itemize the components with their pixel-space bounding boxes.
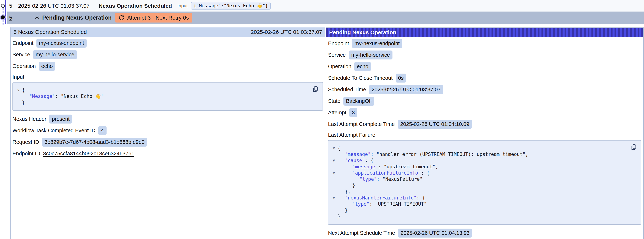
json-line: }: [330, 182, 628, 188]
json-line-text: "cause": {: [338, 158, 374, 164]
json-line: }: [330, 207, 628, 214]
collapse-chevron-icon[interactable]: ∨: [15, 87, 22, 93]
collapse-chevron-icon[interactable]: ∨: [330, 195, 338, 201]
field-nexus-header: Nexus Header present: [12, 113, 323, 125]
json-line-gutter: [15, 99, 22, 106]
json-line-gutter: [330, 176, 338, 182]
field-service: Service my-hello-service: [12, 49, 323, 60]
copy-icon: [630, 144, 637, 151]
collapse-chevron-icon[interactable]: ∨: [330, 170, 338, 176]
field-value-badge: 2025-02-26 UTC 01:04:13.93: [398, 228, 472, 237]
json-line: }: [15, 99, 310, 106]
json-viewer-input: ∨{"Message": "Nexus Echo 👋"}: [12, 82, 323, 111]
panel-title: Pending Nexus Operation: [329, 29, 396, 36]
json-line-text: "message": "upstream timeout",: [338, 164, 438, 170]
json-line: "message": "upstream timeout",: [330, 164, 628, 170]
asterisk-icon: [34, 15, 40, 21]
event-title: Nexus Operation Scheduled: [99, 3, 172, 9]
field-scheduled-time: Scheduled Time 2025-02-26 UTC 01:03:37.0…: [328, 84, 642, 95]
copy-icon: [312, 86, 319, 93]
json-line-text: "type": "UPSTREAM_TIMEOUT": [338, 201, 427, 207]
json-line-text: "Message": "Nexus Echo 👋": [22, 93, 104, 99]
input-label: Input: [178, 3, 188, 8]
json-line: ∨"cause": {: [330, 158, 628, 164]
field-schedule-to-close-timeout: Schedule To Close Timeout 0s: [328, 72, 642, 84]
json-line: "type": "UPSTREAM_TIMEOUT": [330, 201, 628, 207]
copy-button[interactable]: [630, 144, 637, 151]
json-line: },: [330, 188, 628, 195]
json-line-text: "type": "NexusFailure": [338, 176, 422, 182]
event-row-scheduled[interactable]: 5 2025-02-26 UTC 01:03:37.07 Nexus Opera…: [7, 0, 644, 12]
json-line: }: [330, 214, 628, 220]
input-chip: {"Message":"Nexus Echo 👋"}: [191, 2, 270, 10]
json-line-text: }: [338, 207, 348, 214]
json-line: "type": "NexusFailure": [330, 176, 628, 182]
field-endpoint: Endpoint my-nexus-endpoint: [12, 37, 323, 49]
field-next-attempt-schedule-time: Next Attempt Schedule Time 2025-02-26 UT…: [328, 227, 642, 239]
field-operation: Operation echo: [12, 60, 323, 72]
json-line: ∨"nexusHandlerFailureInfo": {: [330, 195, 628, 201]
panel-title: 5 Nexus Operation Scheduled: [14, 29, 87, 35]
event-detail-panels: 5 Nexus Operation Scheduled 2025-02-26 U…: [10, 28, 644, 239]
json-line-gutter: [330, 207, 338, 214]
field-value-badge: my-nexus-endpoint: [352, 39, 402, 48]
field-value-badge: 3e829b7e-7d67-4b08-aad3-b1e868bfe9e0: [42, 138, 147, 146]
json-line: "message": "handler error (UPSTREAM_TIME…: [330, 151, 628, 158]
json-viewer-failure: ∨{"message": "handler error (UPSTREAM_TI…: [328, 140, 641, 225]
json-line-text: }: [22, 99, 25, 106]
field-value-badge: BackingOff: [344, 96, 374, 106]
field-last-attempt-complete-time: Last Attempt Complete Time 2025-02-26 UT…: [328, 118, 642, 130]
json-line-text: "nexusHandlerFailureInfo": {: [338, 195, 425, 201]
field-request-id: Request ID 3e829b7e-7d67-4b08-aad3-b1e86…: [12, 136, 323, 148]
collapse-chevron-icon[interactable]: ∨: [330, 145, 338, 151]
panel-header: 5 Nexus Operation Scheduled 2025-02-26 U…: [10, 28, 325, 36]
field-attempt: Attempt 3: [328, 107, 642, 118]
field-value-badge: 0s: [396, 74, 406, 82]
json-line-text: {: [22, 87, 25, 93]
json-line-gutter: [330, 151, 338, 158]
json-line-text: {: [338, 145, 340, 151]
collapse-chevron-icon[interactable]: ∨: [330, 158, 338, 164]
json-line: "Message": "Nexus Echo 👋": [15, 93, 310, 99]
retry-badge-label: Attempt 3 · Next Retry 0s: [127, 15, 189, 21]
field-value-badge: echo: [354, 62, 371, 71]
event-id-link[interactable]: 5: [9, 15, 12, 21]
field-endpoint: Endpoint my-nexus-endpoint: [328, 38, 642, 49]
field-value-badge: my-hello-service: [33, 50, 77, 59]
json-line-text: }: [338, 182, 355, 188]
event-history-view: 5 2025-02-26 UTC 01:03:37.07 Nexus Opera…: [0, 0, 644, 239]
field-value-badge: my-nexus-endpoint: [36, 38, 87, 48]
json-line: ∨"applicationFailureInfo": {: [330, 170, 628, 176]
event-title: Pending Nexus Operation: [42, 14, 112, 21]
input-section-label: Input: [12, 72, 323, 82]
field-value-badge: echo: [39, 62, 55, 70]
json-line: ∨{: [15, 87, 310, 93]
field-value-badge: my-hello-service: [349, 50, 392, 59]
json-line: ∨{: [330, 145, 628, 151]
json-line-text: }: [338, 214, 340, 220]
field-value-badge: 3: [349, 108, 357, 117]
json-line-gutter: [330, 182, 338, 188]
endpoint-id-link[interactable]: 3c0c75ccfa8144b092c13ce632463761: [43, 150, 134, 157]
copy-button[interactable]: [312, 86, 319, 93]
timeline-track: [5, 0, 6, 24]
json-line-gutter: [330, 214, 338, 220]
field-state: State BackingOff: [328, 95, 642, 107]
field-value-badge: present: [49, 114, 72, 123]
field-service: Service my-hello-service: [328, 49, 642, 61]
json-line-gutter: [330, 164, 338, 170]
panel-timestamp: 2025-02-26 UTC 01:03:37.07: [251, 29, 322, 35]
retry-icon: [118, 15, 124, 21]
field-value-badge: 2025-02-26 UTC 01:03:37.07: [369, 85, 443, 94]
json-line-gutter: [330, 201, 338, 207]
field-wft-completed-event-id: Workflow Task Completed Event ID 4: [12, 125, 323, 136]
field-value-badge: 4: [98, 126, 106, 135]
event-dot-selected-icon: [1, 15, 5, 19]
json-line-gutter: [15, 93, 22, 99]
panel-header: Pending Nexus Operation: [326, 28, 643, 37]
event-row-pending[interactable]: 5 Pending Nexus Operation Attempt 3 · Ne…: [7, 12, 644, 24]
event-id-link[interactable]: 5: [9, 3, 12, 9]
json-line-text: "applicationFailureInfo": {: [338, 170, 430, 176]
json-line-gutter: [330, 188, 338, 195]
event-timestamp: 2025-02-26 UTC 01:03:37.07: [18, 3, 90, 9]
